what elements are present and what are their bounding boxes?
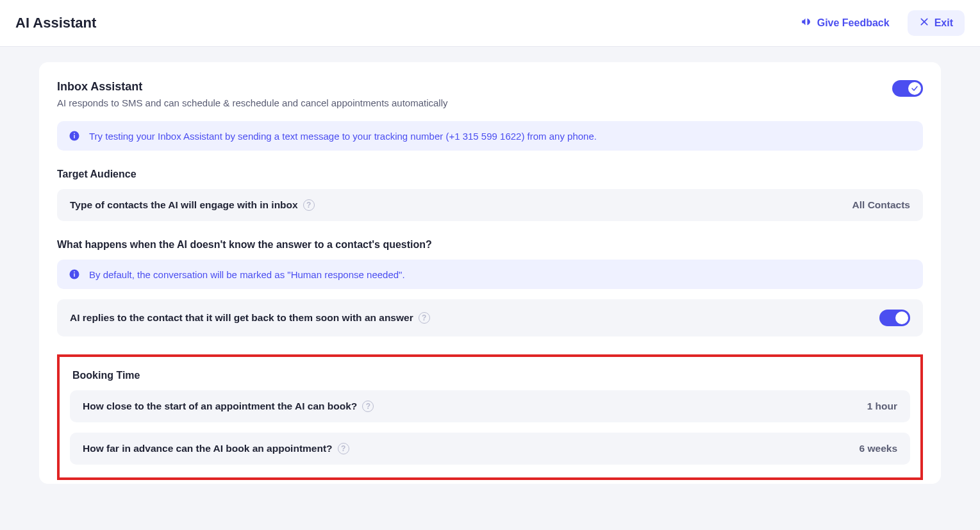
info-icon — [69, 269, 80, 280]
target-audience-block: Target Audience Type of contacts the AI … — [57, 169, 923, 221]
inbox-assistant-toggle[interactable] — [892, 80, 923, 97]
give-feedback-label: Give Feedback — [817, 17, 890, 29]
help-icon[interactable]: ? — [303, 199, 315, 211]
check-icon — [911, 85, 918, 92]
toggle-knob — [908, 82, 921, 95]
booking-advance-row[interactable]: How far in advance can the AI book an ap… — [70, 433, 910, 465]
booking-time-highlight: Booking Time How close to the start of a… — [57, 354, 923, 480]
inbox-assistant-subtitle: AI responds to SMS and can schedule & re… — [57, 97, 448, 108]
inbox-assistant-title: Inbox Assistant — [57, 80, 448, 94]
inbox-info-text: Try testing your Inbox Assistant by send… — [89, 131, 597, 142]
topbar-actions: Give Feedback Exit — [793, 10, 965, 36]
inbox-assistant-header: Inbox Assistant AI responds to SMS and c… — [57, 80, 923, 108]
megaphone-icon — [801, 16, 812, 30]
close-icon — [919, 17, 929, 29]
booking-close-value: 1 hour — [867, 401, 897, 412]
svg-rect-3 — [74, 135, 75, 138]
help-icon[interactable]: ? — [338, 443, 349, 454]
booking-close-label: How close to the start of an appointment… — [83, 401, 374, 412]
exit-button[interactable]: Exit — [908, 10, 965, 36]
fallback-info-text: By default, the conversation will be mar… — [89, 269, 405, 280]
fallback-reply-row: AI replies to the contact that it will g… — [57, 299, 923, 336]
booking-close-row[interactable]: How close to the start of an appointment… — [70, 390, 910, 422]
svg-rect-6 — [74, 274, 75, 277]
fallback-reply-label: AI replies to the contact that it will g… — [70, 312, 430, 324]
fallback-reply-toggle[interactable] — [879, 310, 910, 326]
booking-advance-value: 6 weeks — [860, 443, 897, 454]
toggle-knob — [895, 311, 908, 324]
settings-card: Inbox Assistant AI responds to SMS and c… — [39, 62, 941, 484]
exit-label: Exit — [934, 17, 953, 29]
target-audience-label: Type of contacts the AI will engage with… — [70, 199, 315, 211]
inbox-info-banner: Try testing your Inbox Assistant by send… — [57, 121, 923, 151]
booking-time-heading: Booking Time — [72, 370, 910, 381]
give-feedback-button[interactable]: Give Feedback — [793, 11, 897, 35]
booking-advance-label: How far in advance can the AI book an ap… — [83, 443, 349, 454]
content: Inbox Assistant AI responds to SMS and c… — [24, 62, 956, 484]
target-audience-value: All Contacts — [852, 199, 910, 211]
help-icon[interactable]: ? — [419, 312, 430, 324]
topbar: AI Assistant Give Feedback Exit — [0, 0, 980, 47]
help-icon[interactable]: ? — [362, 401, 374, 412]
fallback-info-banner: By default, the conversation will be mar… — [57, 260, 923, 289]
fallback-block: What happens when the AI doesn't know th… — [57, 239, 923, 336]
page-title: AI Assistant — [15, 15, 96, 31]
target-audience-heading: Target Audience — [57, 169, 923, 180]
svg-rect-4 — [74, 133, 75, 135]
target-audience-row[interactable]: Type of contacts the AI will engage with… — [57, 189, 923, 221]
fallback-heading: What happens when the AI doesn't know th… — [57, 239, 923, 251]
info-icon — [69, 130, 80, 142]
svg-rect-7 — [74, 272, 75, 273]
